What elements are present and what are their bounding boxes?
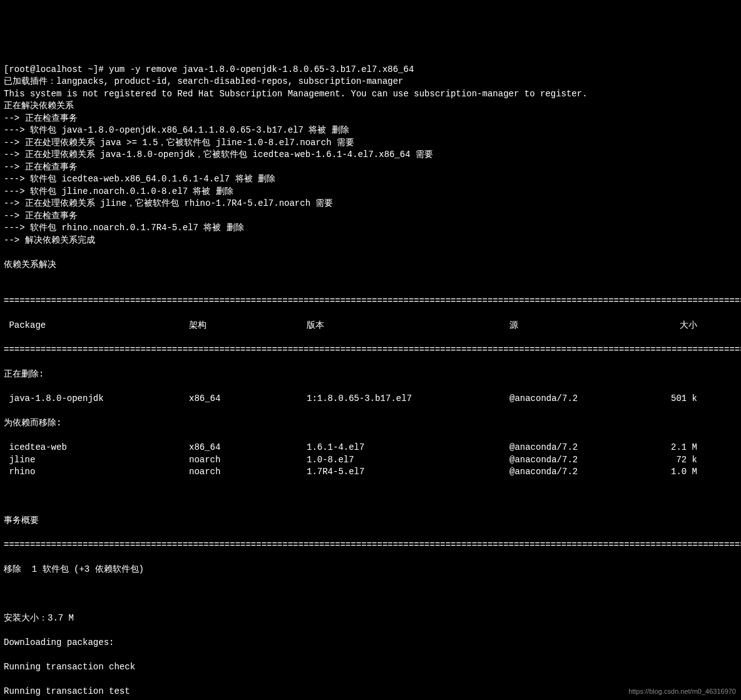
output-line: ---> 软件包 java-1.8.0-openjdk.x86_64.1.1.8… [4, 124, 737, 137]
output-line: 已加载插件：langpacks, product-id, search-disa… [4, 76, 737, 88]
output-line: --> 解决依赖关系完成 [4, 235, 737, 247]
table-row: icedtea-webx86_641.6.1-4.el7@anaconda/7.… [4, 442, 737, 454]
output-line: This system is not registered to Red Hat… [4, 88, 737, 101]
tx-test: Running transaction test [4, 686, 737, 698]
pkg-size: 2.1 M [657, 442, 697, 454]
col-size: 大小 [657, 320, 697, 332]
output-line: 依赖关系解决 [4, 259, 737, 271]
divider: ========================================… [4, 344, 737, 357]
pkg-repo: @anaconda/7.2 [509, 454, 657, 467]
output-line: --> 正在处理依赖关系 java >= 1.5，它被软件包 jline-1.0… [4, 137, 737, 150]
downloading: Downloading packages: [4, 637, 737, 649]
pkg-version: 1:1.8.0.65-3.b17.el7 [307, 393, 509, 405]
pkg-arch: x86_64 [189, 393, 307, 405]
pkg-name: java-1.8.0-openjdk [4, 393, 189, 405]
blank [4, 490, 737, 503]
output-line: --> 正在检查事务 [4, 113, 737, 125]
output-line: ---> 软件包 jline.noarch.0.1.0-8.el7 将被 删除 [4, 186, 737, 198]
pkg-size: 1.0 M [657, 466, 697, 479]
output-line: ---> 软件包 rhino.noarch.0.1.7R4-5.el7 将被 删… [4, 222, 737, 235]
summary-line: 移除 1 软件包 (+3 依赖软件包) [4, 564, 737, 576]
output-line [4, 271, 737, 283]
pkg-version: 1.0-8.el7 [307, 454, 509, 467]
pkg-repo: @anaconda/7.2 [509, 442, 657, 454]
pkg-arch: noarch [189, 466, 307, 479]
terminal-output: [root@localhost ~]# yum -y remove java-1… [4, 51, 737, 700]
watermark-text: https://blog.csdn.net/m0_46316970 [628, 686, 736, 698]
table-row: java-1.8.0-openjdkx86_641:1.8.0.65-3.b17… [4, 393, 737, 405]
pkg-name: rhino [4, 466, 189, 479]
output-line: --> 正在处理依赖关系 java-1.8.0-openjdk，它被软件包 ic… [4, 149, 737, 161]
col-repo: 源 [509, 320, 657, 332]
table-row: jlinenoarch1.0-8.el7@anaconda/7.272 k [4, 454, 737, 467]
table-header: Package架构版本源大小 [4, 320, 737, 332]
output-line: --> 正在检查事务 [4, 210, 737, 223]
summary-header: 事务概要 [4, 515, 737, 527]
output-line: --> 正在处理依赖关系 jline，它被软件包 rhino-1.7R4-5.e… [4, 198, 737, 210]
pkg-version: 1.6.1-4.el7 [307, 442, 509, 454]
pkg-version: 1.7R4-5.el7 [307, 466, 509, 479]
pkg-arch: noarch [189, 454, 307, 467]
pkg-name: jline [4, 454, 189, 467]
col-package: Package [4, 320, 189, 332]
pkg-size: 72 k [657, 454, 697, 467]
col-arch: 架构 [189, 320, 307, 332]
divider: ========================================… [4, 295, 737, 308]
tx-check: Running transaction check [4, 661, 737, 674]
dep-remove-header: 为依赖而移除: [4, 417, 737, 430]
col-version: 版本 [307, 320, 509, 332]
divider: ========================================… [4, 539, 737, 552]
pkg-repo: @anaconda/7.2 [509, 393, 657, 405]
command-text: yum -y remove java-1.8.0-openjdk-1.8.0.6… [109, 64, 414, 74]
pkg-size: 501 k [657, 393, 697, 405]
output-line: 正在解决依赖关系 [4, 100, 737, 113]
output-line: --> 正在检查事务 [4, 161, 737, 174]
removing-header: 正在删除: [4, 368, 737, 381]
output-line [4, 246, 737, 259]
pkg-arch: x86_64 [189, 442, 307, 454]
install-size: 安装大小：3.7 M [4, 612, 737, 625]
pkg-repo: @anaconda/7.2 [509, 466, 657, 479]
pkg-name: icedtea-web [4, 442, 189, 454]
table-row: rhinonoarch1.7R4-5.el7@anaconda/7.21.0 M [4, 466, 737, 479]
output-line: ---> 软件包 icedtea-web.x86_64.0.1.6.1-4.el… [4, 173, 737, 186]
shell-prompt: [root@localhost ~]# [4, 64, 109, 74]
blank [4, 588, 737, 601]
